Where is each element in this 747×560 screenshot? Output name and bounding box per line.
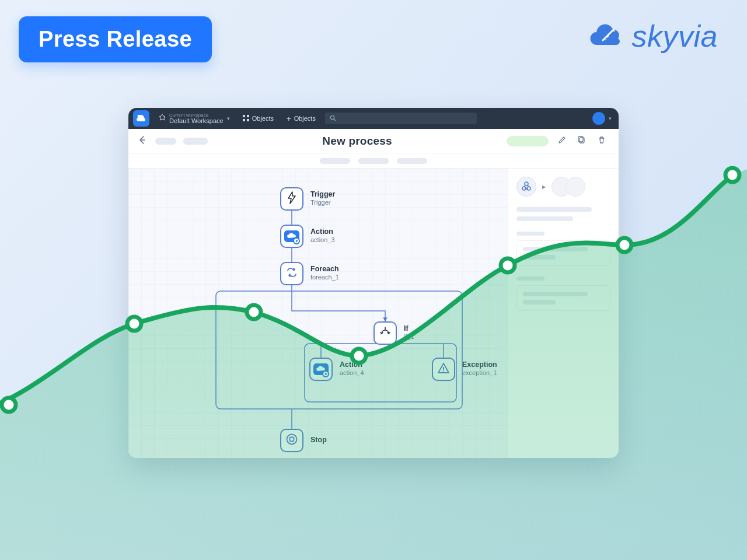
connector-placeholder: [566, 177, 585, 197]
svg-rect-2: [247, 115, 249, 117]
svg-point-23: [617, 238, 631, 252]
warning-icon: [437, 362, 450, 376]
workspace-caption: Current workspace: [169, 113, 224, 118]
play-badge-icon: [322, 370, 329, 377]
svg-rect-4: [247, 119, 249, 121]
node-stop[interactable]: Stop: [280, 429, 303, 452]
node-title: If: [404, 324, 414, 333]
tab-placeholder: [397, 158, 427, 164]
back-icon[interactable]: [139, 135, 148, 147]
skeleton-line: [516, 276, 544, 281]
loop-icon: [285, 267, 298, 280]
node-title: Stop: [310, 436, 327, 444]
node-title: Trigger: [310, 190, 335, 199]
breadcrumb-placeholder: [183, 138, 208, 145]
workspace-name: Default Workspace: [169, 118, 224, 124]
skeleton-block: [516, 285, 610, 311]
cloud-logo-icon: [589, 23, 624, 50]
svg-rect-9: [216, 291, 462, 409]
add-objects-label: Objects: [294, 115, 316, 122]
plus-icon: +: [287, 114, 291, 123]
node-subtitle: foreach_1: [310, 274, 339, 281]
app-window: Current workspace Default Workspace ▾ Ob…: [128, 108, 619, 458]
node-subtitle: Trigger: [310, 199, 335, 206]
objects-label: Objects: [252, 115, 274, 122]
lightning-icon: [287, 191, 297, 206]
node-foreach[interactable]: Foreach foreach_1: [280, 262, 303, 285]
details-panel: ▸: [508, 169, 619, 458]
grid-icon: [243, 115, 249, 123]
breadcrumb-placeholder: [155, 138, 176, 145]
tab-placeholder: [320, 158, 350, 164]
tab-placeholder: [358, 158, 389, 164]
node-subtitle: action_3: [310, 236, 335, 244]
svg-point-12: [443, 371, 444, 372]
add-objects-button[interactable]: + Objects: [283, 114, 319, 123]
svg-point-18: [2, 398, 16, 412]
node-title: Foreach: [310, 265, 339, 274]
objects-button[interactable]: Objects: [239, 115, 277, 123]
app-logo-icon: [133, 110, 149, 127]
search-icon: [330, 115, 336, 123]
trash-icon[interactable]: [595, 136, 608, 146]
title-bar: New process: [128, 129, 619, 153]
svg-rect-3: [243, 119, 245, 121]
webhook-icon: [516, 177, 536, 197]
skeleton-line: [516, 232, 544, 236]
pin-icon: [159, 114, 166, 123]
stop-icon: [285, 433, 298, 448]
page-title: New process: [215, 135, 500, 148]
stage: Press Release skyvia: [0, 0, 747, 560]
svg-point-24: [725, 168, 739, 182]
node-subtitle: if_1: [404, 333, 414, 341]
node-if[interactable]: If if_1: [374, 321, 397, 345]
svg-rect-1: [243, 115, 245, 117]
svg-point-5: [330, 116, 334, 119]
svg-line-6: [334, 119, 336, 121]
search-input[interactable]: [325, 113, 477, 124]
node-subtitle: action_4: [340, 369, 364, 377]
chevron-down-icon[interactable]: ▾: [609, 116, 612, 121]
edit-icon[interactable]: [556, 136, 568, 146]
node-action-4[interactable]: Action action_4: [309, 358, 333, 381]
skeleton-line: [516, 207, 592, 212]
arrow-right-icon: ▸: [542, 183, 546, 191]
status-badge: [507, 136, 549, 146]
skeleton-block: [516, 240, 610, 266]
node-title: Action: [310, 228, 335, 236]
topbar: Current workspace Default Workspace ▾ Ob…: [128, 108, 619, 129]
svg-rect-14: [290, 438, 294, 442]
node-trigger[interactable]: Trigger Trigger: [280, 187, 303, 211]
play-badge-icon: [293, 237, 300, 244]
user-avatar[interactable]: [592, 112, 605, 125]
skeleton-line: [516, 216, 573, 221]
workspace-switcher[interactable]: Current workspace Default Workspace ▾: [155, 113, 233, 124]
node-subtitle: exception_1: [462, 369, 497, 377]
chevron-down-icon: ▾: [227, 116, 230, 121]
node-title: Exception: [462, 360, 497, 369]
brand: skyvia: [589, 19, 718, 54]
tabs-row: [128, 153, 619, 169]
node-exception[interactable]: Exception exception_1: [432, 358, 455, 381]
press-release-badge: Press Release: [19, 16, 212, 62]
branch-icon: [379, 326, 392, 340]
svg-point-13: [287, 435, 297, 444]
brand-name: skyvia: [632, 19, 718, 54]
node-action-3[interactable]: Action action_3: [280, 225, 303, 248]
flow-canvas[interactable]: Trigger Trigger Action action_3: [128, 169, 508, 458]
copy-icon[interactable]: [575, 136, 588, 146]
node-title: Action: [340, 360, 364, 369]
